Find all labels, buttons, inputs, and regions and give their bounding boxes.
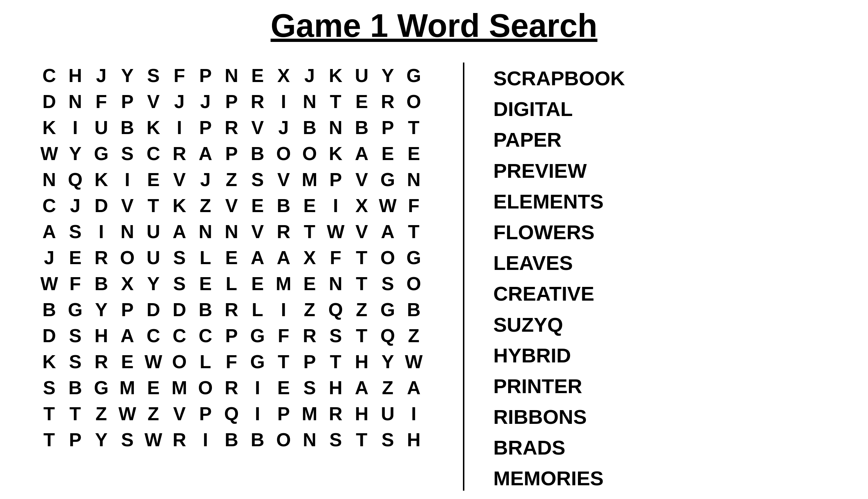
page-title: Game 1 Word Search — [14, 7, 854, 44]
grid-cell: B — [192, 297, 218, 323]
grid-cell: E — [297, 193, 323, 219]
grid-cell: R — [166, 427, 192, 453]
grid-cell: I — [62, 115, 88, 141]
grid-cell: F — [88, 89, 114, 115]
grid-cell: B — [62, 375, 88, 401]
grid-cell: J — [36, 245, 62, 271]
word-list-item: CREATIVE — [493, 281, 854, 306]
grid-cell: H — [349, 401, 375, 427]
word-list-item: LEAVES — [493, 251, 854, 275]
grid-cell: F — [271, 323, 297, 349]
grid-cell: A — [166, 219, 192, 245]
grid-cell: E — [349, 89, 375, 115]
grid-row: SBGMEMORIESHAZA — [36, 375, 427, 401]
grid-cell: O — [271, 427, 297, 453]
grid-cell: T — [349, 271, 375, 297]
grid-cell: F — [218, 349, 244, 375]
grid-cell: S — [244, 167, 271, 193]
grid-cell: G — [401, 245, 427, 271]
grid-body: CHJYSFPNEXJKUYGDNFPVJJPRINTEROKIUBKIPRVJ… — [36, 63, 427, 453]
grid-cell: F — [401, 193, 427, 219]
grid-cell: J — [166, 89, 192, 115]
grid-cell: B — [244, 141, 271, 167]
grid-cell: K — [323, 63, 349, 89]
grid-cell: R — [244, 89, 271, 115]
grid-cell: J — [271, 115, 297, 141]
grid-cell: H — [323, 375, 349, 401]
grid-cell: U — [375, 401, 401, 427]
grid-cell: U — [140, 245, 166, 271]
grid-cell: E — [140, 375, 166, 401]
grid-cell: E — [271, 375, 297, 401]
grid-cell: W — [36, 271, 62, 297]
grid-cell: S — [323, 323, 349, 349]
grid-cell: O — [375, 245, 401, 271]
word-list: SCRAPBOOKDIGITALPAPERPREVIEWELEMENTSFLOW… — [479, 63, 854, 491]
grid-cell: S — [375, 427, 401, 453]
grid-cell: Y — [62, 141, 88, 167]
grid-row: WYGSCRAPBOOKAEE — [36, 141, 427, 167]
grid-cell: I — [271, 297, 297, 323]
grid-cell: W — [140, 349, 166, 375]
grid-cell: T — [323, 89, 349, 115]
grid-cell: S — [114, 427, 140, 453]
grid-cell: D — [88, 193, 114, 219]
grid-cell: B — [401, 297, 427, 323]
grid-row: KSREWOLFGTPTHYW — [36, 349, 427, 375]
grid-cell: T — [349, 427, 375, 453]
grid-cell: G — [375, 167, 401, 193]
grid-cell: S — [166, 271, 192, 297]
grid-cell: E — [401, 141, 427, 167]
grid-cell: A — [271, 245, 297, 271]
grid-cell: C — [166, 323, 192, 349]
grid-cell: Z — [140, 401, 166, 427]
grid-cell: G — [88, 141, 114, 167]
grid-cell: U — [140, 219, 166, 245]
grid-cell: A — [401, 375, 427, 401]
grid-cell: O — [401, 271, 427, 297]
grid-cell: K — [166, 193, 192, 219]
grid-cell: S — [166, 245, 192, 271]
grid-cell: T — [401, 219, 427, 245]
grid-cell: R — [271, 219, 297, 245]
vertical-divider — [463, 63, 464, 491]
grid-cell: P — [192, 115, 218, 141]
grid-cell: Z — [297, 297, 323, 323]
grid-row: ASINUANNVRTWVAT — [36, 219, 427, 245]
grid-cell: I — [192, 427, 218, 453]
grid-cell: I — [114, 167, 140, 193]
grid-cell: B — [271, 193, 297, 219]
grid-cell: K — [323, 141, 349, 167]
grid-cell: V — [140, 89, 166, 115]
grid-cell: R — [218, 115, 244, 141]
grid-cell: O — [114, 245, 140, 271]
grid-cell: P — [114, 297, 140, 323]
grid-cell: P — [323, 167, 349, 193]
word-list-item: BRADS — [493, 435, 854, 460]
grid-cell: B — [244, 427, 271, 453]
grid-cell: E — [244, 271, 271, 297]
grid-cell: Y — [114, 63, 140, 89]
grid-cell: O — [166, 349, 192, 375]
grid-cell: M — [271, 271, 297, 297]
grid-cell: N — [192, 219, 218, 245]
grid-cell: H — [401, 427, 427, 453]
grid-cell: F — [62, 271, 88, 297]
grid-cell: D — [166, 297, 192, 323]
grid-cell: B — [114, 115, 140, 141]
grid-cell: X — [114, 271, 140, 297]
grid-cell: T — [140, 193, 166, 219]
grid-cell: R — [166, 141, 192, 167]
grid-cell: I — [244, 401, 271, 427]
main-content: CHJYSFPNEXJKUYGDNFPVJJPRINTEROKIUBKIPRVJ… — [14, 63, 854, 491]
grid-cell: S — [62, 349, 88, 375]
grid-cell: P — [218, 89, 244, 115]
word-list-item: SUZYQ — [493, 313, 854, 337]
grid-cell: J — [297, 63, 323, 89]
grid-cell: V — [166, 401, 192, 427]
grid-cell: Q — [62, 167, 88, 193]
grid-cell: Z — [401, 323, 427, 349]
grid-cell: A — [36, 219, 62, 245]
word-list-item: ELEMENTS — [493, 189, 854, 214]
grid-row: DSHACCCPGFRSTQZ — [36, 323, 427, 349]
